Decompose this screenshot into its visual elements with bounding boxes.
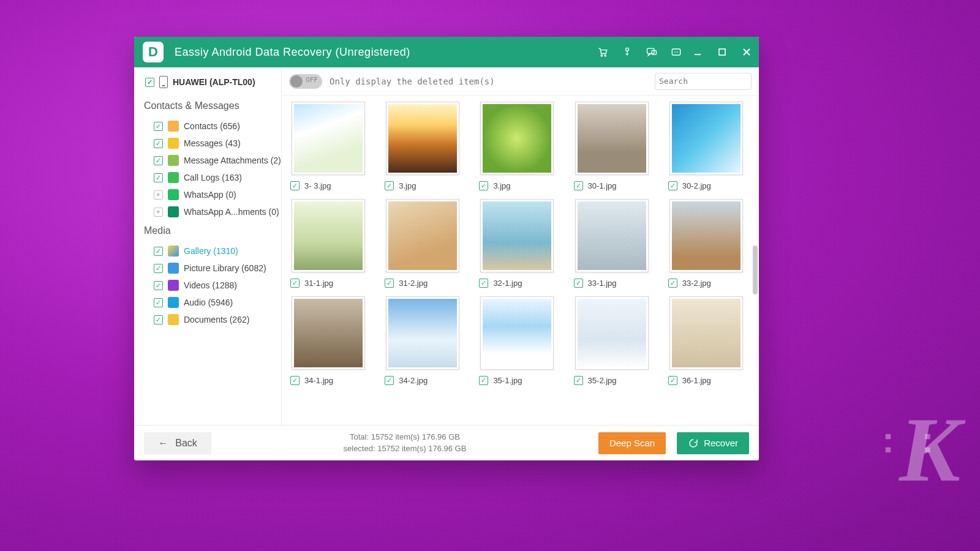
sidebar-item-gallery[interactable]: Gallery (1310): [145, 242, 275, 260]
titlebar-tools: [596, 45, 683, 59]
thumb-checkbox[interactable]: [479, 181, 488, 190]
thumb-checkbox[interactable]: [479, 376, 488, 385]
thumb-filename: 30-2.jpg: [682, 181, 711, 190]
svg-rect-3: [647, 48, 655, 53]
checkbox[interactable]: [154, 190, 163, 200]
attachments-icon: [168, 155, 179, 166]
sidebar-item-whatsapp-attachments[interactable]: WhatsApp A...hments (0): [145, 203, 275, 220]
key-icon[interactable]: [620, 45, 634, 59]
thumb-cell[interactable]: 34-2.jpg: [382, 296, 463, 385]
back-button[interactable]: ← Back: [144, 432, 211, 454]
sidebar-item-picture-library[interactable]: Picture Library (6082): [145, 260, 275, 277]
sidebar-item-whatsapp[interactable]: WhatsApp (0): [145, 186, 275, 203]
sidebar-item-messages[interactable]: Messages (43): [145, 135, 275, 152]
feedback-icon[interactable]: [645, 45, 658, 59]
sidebar-item-label: Contacts (656): [184, 121, 240, 131]
thumb-cell[interactable]: 35-2.jpg: [571, 296, 652, 385]
checkbox[interactable]: [154, 156, 163, 165]
thumb-checkbox[interactable]: [574, 376, 583, 385]
sidebar-item-label: Messages (43): [184, 138, 241, 148]
footer-stats: Total: 15752 item(s) 176.96 GB selected:…: [222, 432, 587, 454]
thumb-cell[interactable]: 3- 3.jpg: [288, 102, 369, 190]
deep-scan-button[interactable]: Deep Scan: [598, 432, 666, 454]
main-toolbar: OFF Only display the deleted item(s): [282, 67, 759, 96]
scrollbar[interactable]: [752, 96, 758, 425]
sidebar-item-label: Call Logs (163): [184, 173, 242, 182]
cart-icon[interactable]: [596, 45, 609, 59]
app-logo: D: [143, 42, 164, 62]
sidebar-item-call-logs[interactable]: Call Logs (163): [145, 169, 275, 186]
checkbox[interactable]: [154, 208, 163, 217]
sidebar-item-label: Audio (5946): [184, 298, 233, 307]
thumb-cell[interactable]: 35-1.jpg: [477, 296, 557, 385]
device-checkbox[interactable]: [145, 78, 154, 87]
thumb-filename: 3- 3.jpg: [304, 181, 331, 190]
checkbox[interactable]: [154, 298, 163, 307]
thumb-checkbox[interactable]: [290, 376, 300, 385]
scrollbar-thumb[interactable]: [753, 246, 758, 294]
group-media: Media: [144, 225, 275, 236]
whatsapp-attach-icon: [168, 206, 179, 217]
thumb-filename: 31-1.jpg: [304, 279, 333, 288]
thumb-checkbox[interactable]: [385, 376, 394, 385]
thumb-checkbox[interactable]: [385, 279, 394, 288]
recover-icon: [688, 438, 699, 449]
thumb-cell[interactable]: 32-1.jpg: [477, 199, 557, 288]
checkbox[interactable]: [154, 247, 163, 256]
thumb-checkbox[interactable]: [668, 279, 677, 288]
thumb-cell[interactable]: 36-1.jpg: [666, 296, 747, 385]
whatsapp-icon: [168, 189, 179, 200]
thumb-filename: 36-1.jpg: [682, 376, 711, 385]
checkbox[interactable]: [154, 173, 163, 182]
sidebar-item-msg-attachments[interactable]: Message Attachments (2): [145, 152, 275, 169]
minimize-button[interactable]: [692, 46, 704, 58]
svg-point-8: [677, 51, 679, 53]
arrow-left-icon: ←: [158, 438, 168, 449]
thumb-cell[interactable]: 31-1.jpg: [288, 199, 369, 288]
thumb-cell[interactable]: 34-1.jpg: [288, 296, 369, 385]
deleted-only-toggle[interactable]: OFF: [289, 74, 322, 89]
deep-scan-label: Deep Scan: [609, 438, 655, 448]
thumb-cell[interactable]: 31-2.jpg: [382, 199, 463, 288]
thumb-checkbox[interactable]: [385, 181, 394, 190]
search-box[interactable]: [655, 73, 752, 90]
thumb-cell[interactable]: 30-2.jpg: [666, 102, 747, 190]
phone-icon: [159, 76, 168, 88]
sidebar-item-audio[interactable]: Audio (5946): [145, 294, 275, 311]
thumb-cell[interactable]: 3.jpg: [382, 102, 463, 190]
sidebar-item-contacts[interactable]: Contacts (656): [145, 118, 275, 135]
call-logs-icon: [168, 172, 179, 183]
main-pane: OFF Only display the deleted item(s) 3- …: [281, 67, 759, 425]
thumb-checkbox[interactable]: [290, 181, 300, 190]
sidebar-item-documents[interactable]: Documents (262): [145, 311, 275, 328]
checkbox[interactable]: [154, 264, 163, 273]
checkbox[interactable]: [154, 281, 163, 290]
search-input[interactable]: [659, 77, 759, 86]
thumb-checkbox[interactable]: [668, 181, 677, 190]
svg-point-7: [676, 51, 677, 53]
thumb-cell[interactable]: 33-1.jpg: [571, 199, 652, 288]
deleted-hint-text: Only display the deleted item(s): [330, 77, 495, 86]
thumb-checkbox[interactable]: [668, 376, 677, 385]
thumb-filename: 34-1.jpg: [304, 376, 333, 385]
menu-icon[interactable]: [669, 45, 683, 59]
recover-button[interactable]: Recover: [677, 432, 749, 454]
thumb-checkbox[interactable]: [290, 279, 300, 288]
checkbox[interactable]: [154, 139, 163, 148]
footer: ← Back Total: 15752 item(s) 176.96 GB se…: [134, 425, 759, 460]
maximize-button[interactable]: [716, 46, 728, 58]
device-row[interactable]: HUAWEI (ALP-TL00): [145, 76, 275, 88]
checkbox[interactable]: [154, 122, 163, 131]
total-line: Total: 15752 item(s) 176.96 GB: [222, 432, 587, 443]
thumb-cell[interactable]: 30-1.jpg: [571, 102, 652, 190]
checkbox[interactable]: [154, 315, 163, 324]
close-button[interactable]: [741, 46, 753, 58]
thumb-cell[interactable]: 3.jpg: [477, 102, 557, 190]
thumb-checkbox[interactable]: [479, 279, 488, 288]
thumb-cell[interactable]: 33-2.jpg: [666, 199, 747, 288]
thumb-checkbox[interactable]: [574, 279, 583, 288]
recover-label: Recover: [704, 438, 738, 448]
thumb-checkbox[interactable]: [574, 181, 583, 190]
sidebar-item-label: Documents (262): [184, 315, 249, 324]
sidebar-item-videos[interactable]: Videos (1288): [145, 277, 275, 294]
